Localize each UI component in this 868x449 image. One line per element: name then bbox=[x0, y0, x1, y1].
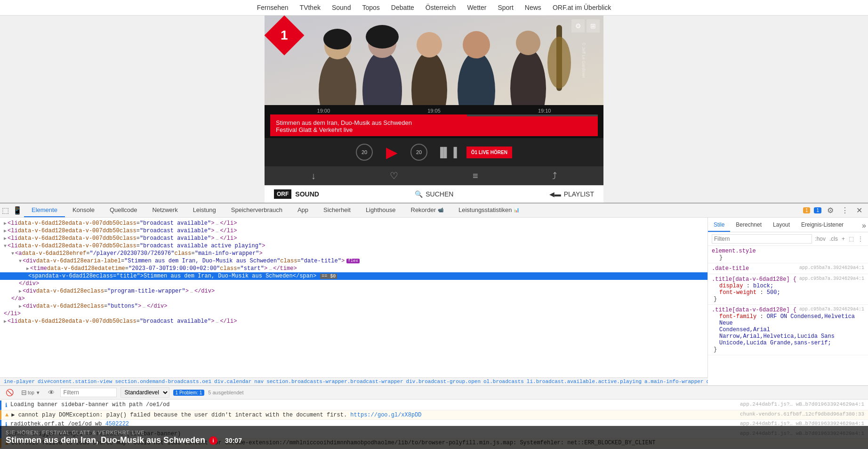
skip-back-button[interactable]: 20 bbox=[356, 144, 373, 161]
expand-icon[interactable]: ▶ bbox=[4, 220, 7, 226]
expand-icon[interactable]: ▶ bbox=[26, 266, 29, 271]
info-badge[interactable]: i bbox=[209, 436, 217, 445]
bc-broadcasts[interactable]: ol.broadcasts bbox=[483, 379, 524, 384]
bc-content[interactable]: div#content.station-view bbox=[38, 379, 112, 384]
nav-debatte[interactable]: Debatte bbox=[391, 4, 414, 11]
tab-leistungsstatistiken[interactable]: Leistungsstatistiken 📊 bbox=[451, 204, 527, 217]
console-top-button[interactable]: ⊟ top ▼ bbox=[19, 388, 42, 397]
styles-more-button[interactable]: » bbox=[860, 220, 868, 232]
dom-line-close-a[interactable]: </a> bbox=[0, 295, 707, 302]
dom-line[interactable]: ▶ <li data-v-6dad128e data-v-007ddb50 cl… bbox=[0, 220, 707, 227]
timeline-progress-bar[interactable] bbox=[270, 114, 598, 116]
share-icon[interactable]: ⤴ bbox=[552, 171, 557, 181]
settings-expand-button[interactable]: ⊞ bbox=[587, 19, 600, 33]
dom-panel[interactable]: ▶ <li data-v-6dad128e data-v-007ddb50 cl… bbox=[0, 218, 708, 377]
expand-icon[interactable]: ▶ bbox=[19, 303, 22, 309]
bc-li-broadcast[interactable]: li.broadcast.available.active.playing bbox=[527, 379, 642, 384]
expand-icon[interactable]: ▶ bbox=[19, 288, 22, 294]
tab-sicherheit[interactable]: Sicherheit bbox=[316, 204, 358, 217]
bc-nav[interactable]: nav bbox=[254, 379, 264, 384]
dom-line[interactable]: ▶ <li data-v-6dad128e data-v-007ddb50 cl… bbox=[0, 227, 707, 235]
dom-line-date-title[interactable]: ▼ <div data-v-6dad128e aria-label="Stimm… bbox=[0, 257, 707, 265]
styles-tab-berechnet[interactable]: Berechnet bbox=[730, 220, 767, 232]
expand-icon[interactable]: ▶ bbox=[4, 236, 7, 241]
dom-line-program-title[interactable]: ▶ <div data-v-6dad128e class="program-ti… bbox=[0, 287, 707, 295]
expand-icon[interactable]: ▶ bbox=[4, 228, 7, 234]
expand-icon[interactable]: ▼ bbox=[4, 244, 7, 249]
nav-fernsehen[interactable]: Fernsehen bbox=[257, 4, 289, 11]
dom-line-span-title[interactable]: <span data-v-6dad128e class="title" > St… bbox=[0, 272, 707, 280]
more-button[interactable]: ⋮ bbox=[857, 235, 864, 243]
bc-a-main[interactable]: a.main-info-wrapper bbox=[644, 379, 703, 384]
expand-icon[interactable]: ▼ bbox=[11, 251, 14, 256]
oe1-live-button[interactable]: Ö1 LIVE HÖREN bbox=[466, 147, 512, 158]
pseudo-class-button[interactable]: :hov bbox=[814, 235, 827, 243]
expand-icon[interactable]: ▼ bbox=[19, 259, 22, 264]
band-image bbox=[265, 16, 603, 105]
devtools-device-button[interactable]: 📱 bbox=[11, 204, 24, 217]
tab-rekorder[interactable]: Rekorder 📹 bbox=[403, 204, 451, 217]
dom-line-a[interactable]: ▼ <a data-v-6dad128e href="/player/20230… bbox=[0, 250, 707, 257]
copy-button[interactable]: ⬚ bbox=[848, 235, 855, 243]
favorite-icon[interactable]: ♡ bbox=[390, 170, 398, 181]
styles-filter-input[interactable] bbox=[712, 234, 812, 244]
styles-tab-stile[interactable]: Stile bbox=[708, 220, 730, 232]
tab-elemente[interactable]: Elemente bbox=[24, 204, 65, 217]
css-source-font: app.c95ba7a.3924629a4:1 bbox=[799, 307, 864, 312]
time-badge: 30:07 bbox=[225, 437, 242, 444]
dom-line-close-li[interactable]: </li> bbox=[0, 310, 707, 318]
playlist-label: PLAYLIST bbox=[564, 190, 594, 198]
class-button[interactable]: .cls bbox=[828, 235, 839, 243]
console-level-select[interactable]: Standardlevel bbox=[121, 387, 169, 398]
tab-speicher[interactable]: Speicherverbrauch bbox=[224, 204, 290, 217]
svg-point-6 bbox=[417, 32, 442, 57]
skip-forward-button[interactable]: 20 bbox=[410, 144, 427, 161]
bc-section[interactable]: section.ondemand-broadcasts.oe1 bbox=[115, 379, 211, 384]
console-eye-button[interactable]: 👁 bbox=[46, 388, 56, 397]
bc-calendar[interactable]: div.calendar bbox=[214, 379, 251, 384]
playlist-button[interactable]: ◀▬ PLAYLIST bbox=[549, 190, 594, 198]
styles-tab-layout[interactable]: Layout bbox=[767, 220, 796, 232]
devtools-inspect-button[interactable]: ⬚ bbox=[0, 204, 11, 217]
console-filter-input[interactable] bbox=[60, 388, 117, 397]
orf-logo: ORF SOUND bbox=[274, 189, 319, 199]
dom-line-next-li[interactable]: ▶ <li data-v-6dad128e data-v-007ddb50 cl… bbox=[0, 318, 707, 325]
nav-overview[interactable]: ORF.at im Überblick bbox=[553, 4, 611, 11]
settings-gear-button[interactable]: ⚙ bbox=[571, 19, 585, 33]
devtools-settings-button[interactable]: ⚙ bbox=[825, 204, 836, 217]
nav-tvthek[interactable]: TVthek bbox=[300, 4, 321, 11]
add-rule-button[interactable]: + bbox=[841, 235, 846, 243]
tab-lighthouse[interactable]: Lighthouse bbox=[358, 204, 403, 217]
nav-wetter[interactable]: Wetter bbox=[467, 4, 486, 11]
nav-sound[interactable]: Sound bbox=[332, 4, 351, 11]
console-toolbar: 🚫 ⊟ top ▼ 👁 Standardlevel 1 Problem: 1 5… bbox=[0, 386, 868, 400]
styles-tab-ereignis[interactable]: Ereignis-Listener bbox=[796, 220, 849, 232]
devtools-close-button[interactable]: ✕ bbox=[854, 204, 864, 217]
dom-line[interactable]: ▶ <li data-v-6dad128e data-v-007ddb50 cl… bbox=[0, 235, 707, 242]
playlist-icon[interactable]: ≡ bbox=[473, 171, 478, 181]
devtools-more-button[interactable]: ⋮ bbox=[839, 204, 851, 217]
nav-topos[interactable]: Topos bbox=[362, 4, 379, 11]
nav-sport[interactable]: Sport bbox=[498, 4, 513, 11]
volume-icon[interactable]: ▐▌▐ bbox=[437, 147, 457, 158]
expand-icon[interactable]: ▶ bbox=[4, 318, 7, 324]
console-msg-link[interactable]: https://goo.gl/xX8pDD bbox=[350, 412, 421, 418]
bc-broadcasts-wrapper[interactable]: section.broadcasts-wrapper.broadcast-wra… bbox=[266, 379, 403, 384]
nav-news[interactable]: News bbox=[525, 4, 541, 11]
tab-leistung[interactable]: Leistung bbox=[185, 204, 224, 217]
download-icon[interactable]: ↓ bbox=[311, 171, 316, 181]
dom-line-time[interactable]: ▶ <time data-v-6dad128e datetime="2023-0… bbox=[0, 265, 707, 272]
search-button[interactable]: 🔍 SUCHEN bbox=[415, 190, 453, 198]
console-clear-button[interactable]: 🚫 bbox=[4, 388, 16, 397]
dom-line-buttons[interactable]: ▶ <div data-v-6dad128e class="buttons" >… bbox=[0, 302, 707, 310]
play-button[interactable]: ▶ bbox=[382, 143, 401, 162]
bc-broadcast-group[interactable]: div.broadcast-group.open bbox=[406, 379, 481, 384]
tab-quellcode[interactable]: Quellcode bbox=[102, 204, 145, 217]
dom-line-active[interactable]: ▼ <li data-v-6dad128e data-v-007ddb50 cl… bbox=[0, 242, 707, 250]
tab-netzwerk[interactable]: Netzwerk bbox=[145, 204, 185, 217]
nav-oesterreich[interactable]: Österreich bbox=[426, 4, 456, 11]
dom-line-close-div[interactable]: </div> bbox=[0, 280, 707, 287]
bc-ine-player[interactable]: ine-player bbox=[4, 379, 35, 384]
tab-app[interactable]: App bbox=[290, 204, 316, 217]
tab-konsole[interactable]: Konsole bbox=[65, 204, 102, 217]
